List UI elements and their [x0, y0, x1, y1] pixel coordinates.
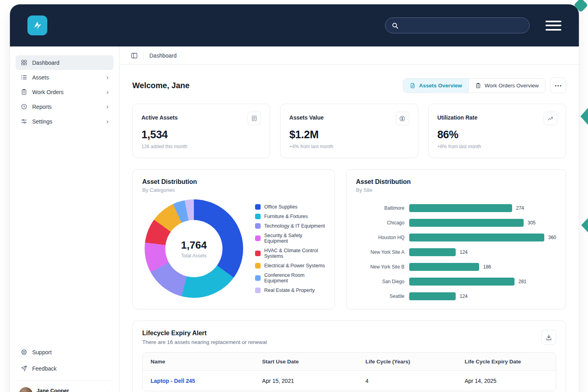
- download-button[interactable]: [541, 330, 556, 345]
- clipboard-icon: [475, 83, 481, 89]
- sidebar-item-assets[interactable]: Assets ›: [15, 70, 114, 85]
- top-header: [10, 4, 579, 46]
- start-use-date-cell: Apr 15, 2021: [254, 371, 358, 391]
- legend-label: Security & Safety Equipment: [264, 233, 325, 244]
- stat-value: 1,534: [141, 129, 261, 141]
- legend-swatch: [255, 214, 261, 219]
- global-search[interactable]: [385, 17, 530, 33]
- bar-value: 124: [460, 249, 468, 255]
- support-link[interactable]: Support: [15, 344, 114, 360]
- bar-label: San Diego: [356, 279, 404, 284]
- column-header-start-use-date[interactable]: Start Use Date: [254, 353, 358, 371]
- chevron-up-down-icon: [105, 391, 110, 392]
- lifecycle-table: Name Start Use Date Life Cycle (Years) L…: [142, 352, 556, 391]
- sidebar-item-reports[interactable]: Reports ›: [15, 99, 114, 114]
- hamburger-menu-icon[interactable]: [545, 21, 561, 31]
- bar[interactable]: [409, 248, 456, 256]
- legend-label: Office Supplies: [264, 204, 298, 210]
- donut-chart[interactable]: 1,764 Total Assets: [145, 199, 243, 298]
- bar[interactable]: [409, 204, 512, 212]
- bar-label: New York Site B: [356, 264, 404, 270]
- stat-card-active-assets: Active Assets 1,534 126 added this month: [132, 104, 270, 158]
- asset-distribution-categories-card: Asset Distribution By Categories 1,764 T…: [132, 169, 335, 309]
- sidebar-item-work-orders[interactable]: Work Orders ›: [15, 85, 114, 99]
- legend-swatch: [255, 223, 261, 229]
- tab-label: Work Orders Overview: [485, 83, 539, 89]
- breadcrumb: Dashboard: [120, 46, 579, 65]
- lifecycle-expiry-card: Lifecycle Expiry Alert There are 16 asse…: [132, 321, 566, 392]
- chevron-right-icon: ›: [106, 74, 108, 81]
- welcome-row: Welcome, Jane Assets Overview: [132, 77, 566, 93]
- legend-label: Technology & IT Equipment: [264, 223, 325, 229]
- bar-row: Seattle124: [356, 292, 556, 300]
- sidebar-item-settings[interactable]: Settings ›: [15, 114, 114, 129]
- bar-row: New York Site A124: [356, 248, 556, 256]
- logo-icon: [32, 20, 43, 31]
- body-row: Dashboard Assets › Work Orders ›: [10, 46, 579, 392]
- chart-subtitle: By Categories: [142, 187, 325, 193]
- column-header-name[interactable]: Name: [143, 353, 254, 371]
- user-meta: Jane Cooper jane@initech.com: [37, 388, 73, 392]
- app-window: Dashboard Assets › Work Orders ›: [10, 4, 579, 392]
- asset-name-link[interactable]: Laptop - Dell 245: [143, 371, 254, 391]
- breadcrumb-current[interactable]: Dashboard: [149, 52, 177, 59]
- feedback-link[interactable]: Feedback: [15, 360, 114, 377]
- stat-value: 86%: [437, 129, 557, 141]
- donut-center: 1,764 Total Assets: [165, 220, 222, 277]
- sidebar-item-label: Work Orders: [32, 89, 64, 95]
- stat-cards: Active Assets 1,534 126 added this month…: [132, 104, 566, 158]
- main-area: Dashboard Welcome, Jane Assets Overview: [120, 46, 579, 392]
- column-header-life-cycle-years[interactable]: Life Cycle (Years): [358, 353, 457, 371]
- bar-label: Baltimore: [356, 205, 404, 211]
- bar[interactable]: [409, 219, 524, 227]
- asset-distribution-site-card: Asset Distribution By Site Baltimore274 …: [346, 169, 566, 309]
- bar-row: Baltimore274: [356, 204, 556, 212]
- legend-item: Conference Room Equipment: [255, 272, 325, 284]
- chevron-right-icon: ›: [106, 89, 108, 95]
- bar-value: 124: [460, 294, 468, 299]
- panel-left-toggle-icon[interactable]: [131, 52, 138, 59]
- column-header-expiry-date[interactable]: Life Cycle Expiry Date: [456, 353, 556, 371]
- legend-item: Electrical & Power Systems: [255, 263, 325, 268]
- bar[interactable]: [409, 292, 456, 300]
- lifecycle-title: Lifecycle Expiry Alert: [142, 330, 267, 337]
- legend-item: Real Estate & Property: [255, 288, 325, 293]
- tab-label: Assets Overview: [419, 83, 462, 89]
- lifecycle-subtitle: There are 16 assets nearing replacement …: [142, 339, 267, 345]
- user-menu[interactable]: Jane Cooper jane@initech.com: [15, 385, 114, 392]
- tab-assets-overview[interactable]: Assets Overview: [403, 79, 468, 93]
- legend-swatch: [255, 236, 261, 241]
- dashboard-content: Welcome, Jane Assets Overview: [120, 65, 579, 392]
- bar-value: 281: [518, 279, 526, 284]
- bar[interactable]: [409, 278, 514, 286]
- lifebuoy-icon: [21, 349, 27, 355]
- bar[interactable]: [409, 263, 479, 271]
- stat-value: $1.2M: [289, 129, 409, 141]
- sidebar-item-label: Dashboard: [32, 60, 60, 66]
- table-header-row: Name Start Use Date Life Cycle (Years) L…: [143, 353, 556, 371]
- grid-icon: [21, 59, 27, 66]
- trend-chart-icon: [544, 112, 557, 125]
- legend-item: Office Supplies: [255, 204, 325, 210]
- bar-chart: Baltimore274 Chicago305 Houston HQ360 Ne…: [356, 204, 556, 300]
- sliders-icon: [21, 118, 27, 125]
- bar[interactable]: [409, 234, 544, 241]
- ellipsis-icon: ⋯: [555, 81, 562, 90]
- page-title: Welcome, Jane: [132, 81, 190, 90]
- bar-value: 360: [548, 235, 556, 240]
- tab-work-orders-overview[interactable]: Work Orders Overview: [468, 79, 545, 93]
- stat-title: Active Assets: [141, 112, 178, 121]
- legend-label: Electrical & Power Systems: [264, 263, 325, 268]
- more-options-button[interactable]: ⋯: [550, 77, 566, 93]
- file-text-icon: [410, 83, 416, 89]
- app-logo[interactable]: [27, 15, 47, 35]
- legend-swatch: [255, 251, 261, 256]
- stat-card-utilization-rate: Utilization Rate 86% +6% from last month: [428, 104, 566, 158]
- table-row[interactable]: Laptop - Dell 245 Apr 15, 2021 4 Apr 14,…: [143, 371, 556, 391]
- clock-icon: [21, 103, 27, 110]
- overview-tab-group: Assets Overview Work Orders Overview ⋯: [403, 77, 566, 93]
- overview-tabs: Assets Overview Work Orders Overview: [403, 78, 545, 93]
- breadcrumb-divider: [143, 52, 144, 59]
- sidebar-item-dashboard[interactable]: Dashboard: [15, 55, 114, 70]
- search-input[interactable]: [403, 22, 523, 29]
